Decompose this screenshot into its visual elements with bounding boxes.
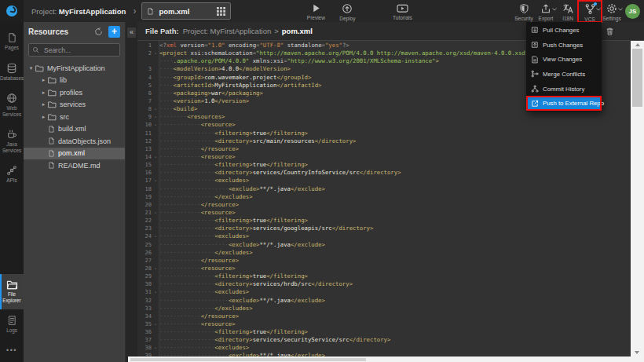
toolbar-tutorials[interactable]: Tutorials [386,1,418,21]
fold-spacer [152,74,159,82]
fold-spacer [152,130,159,137]
tree-item-build-xml[interactable]: build.xml [24,123,125,136]
line-number: 31 [137,288,152,296]
sidebar-item-file-explorer[interactable]: File Explorer [0,274,24,309]
wavemaker-logo[interactable] [0,0,24,22]
vertical-scrollbar-thumb[interactable] [632,49,642,107]
fold-marker[interactable]: - [152,209,159,217]
code-text: ····················<exclude>**/*.java</… [159,297,631,305]
code-text: ····················<exclude>**/*.java</… [159,241,631,249]
fold-marker[interactable]: - [152,265,159,272]
scroll-down-arrow-icon[interactable] [635,351,639,354]
code-line: 25····················<exclude>**/*.java… [137,241,631,249]
tree-item-myfirstapplication[interactable]: ▾MyFirstApplication [24,62,125,75]
toolbar-label: Preview [307,15,325,20]
tree-item-src[interactable]: ▸src [24,111,125,123]
line-number: 12 [137,137,152,145]
vcs-menu-item-push-changes[interactable]: Push Changes [526,38,602,53]
sidebar-item-pages[interactable]: Pages [0,27,25,57]
fold-marker[interactable]: - [152,344,159,352]
tree-item-lib[interactable]: ▸lib [24,75,125,87]
fold-spacer [152,161,159,169]
fold-spacer [152,137,159,145]
code-line: 29················<filtering>true</filte… [137,272,631,280]
toolbar-settings[interactable]: Settings [601,1,623,21]
sidebar-item-databases[interactable]: Databases [0,57,25,88]
fold-spacer [152,272,159,280]
tree-item-label: profiles [60,89,82,97]
fold-marker[interactable]: - [152,153,159,161]
horizontal-scrollbar[interactable] [128,357,631,362]
code-line: 17-················<excludes> [137,177,631,185]
toolbar-vcs[interactable]: VCS [579,1,601,22]
chevron-right-icon[interactable]: ▸ [39,90,48,96]
code-line: 15················<filtering>true</filte… [137,161,631,169]
fold-marker[interactable]: - [152,105,159,113]
code-line: 36················<filtering>true</filte… [137,328,631,336]
collapse-panel-button[interactable]: « [127,27,136,38]
toolbar-preview[interactable]: Preview [300,1,331,21]
tree-item-services[interactable]: ▸services [24,99,125,112]
breadcrumb-separator: > [274,27,279,35]
tree-item-dataobjects-json[interactable]: dataObjects.json [24,135,125,148]
tree-item-pom-xml[interactable]: pom.xml [24,148,125,160]
tree-item-readme-md[interactable]: README.md [24,159,125,172]
line-number: 37 [137,336,152,344]
fold-marker[interactable]: - [152,320,159,328]
vcs-menu-item-commit-history[interactable]: Commit History [526,82,602,97]
fold-marker[interactable]: - [152,49,159,57]
external-icon [531,100,539,108]
fold-marker[interactable]: - [152,288,159,296]
chevron-down-icon[interactable]: ▾ [27,65,35,71]
vcs-menu-item-view-changes[interactable]: View Changes [526,52,602,67]
toolbar-export[interactable]: Export [535,1,557,21]
toolbar-security[interactable]: Security [513,1,535,21]
tree-item-profiles[interactable]: ▸profiles [24,86,125,99]
line-number: 9 [137,113,152,121]
fold-marker[interactable]: - [152,113,159,121]
line-number: 17 [137,177,152,185]
code-text: ············<resource> [159,265,631,272]
delete-icon[interactable] [606,27,614,36]
view-icon [531,56,539,64]
fold-marker[interactable]: - [152,232,159,240]
toolbar-i18n[interactable]: I18N [557,1,579,21]
sidebar-item-logs[interactable]: Logs [0,309,24,340]
fold-marker[interactable]: - [152,177,159,185]
api-icon [6,165,17,176]
toolbar-deploy[interactable]: Deploy [331,1,363,21]
tree-item-label: pom.xml [58,149,85,157]
sidebar-item-apis[interactable]: APIs [0,159,25,190]
refresh-icon[interactable] [94,27,103,36]
fold-spacer [152,313,159,320]
sidebar-item-web-services[interactable]: Web Services [0,87,25,123]
search-input[interactable] [42,46,116,55]
code-line: 11················<filtering>true</filte… [137,130,631,137]
fold-marker[interactable]: - [152,121,159,129]
chevron-right-icon[interactable]: ▸ [39,77,48,83]
code-line: 31-················<excludes> [137,288,631,296]
more-options-button[interactable]: ••• [6,340,17,362]
scroll-up-arrow-icon[interactable] [635,43,640,46]
horizontal-scrollbar-thumb[interactable] [130,358,366,361]
vertical-scrollbar[interactable] [631,41,644,357]
chevron-right-icon[interactable]: ▸ [39,114,48,120]
chevron-right-icon[interactable]: ▸ [39,101,48,108]
add-resource-button[interactable]: + [108,26,120,38]
menu-item-label: View Changes [543,56,582,63]
coffee-icon [6,129,17,140]
vcs-menu-item-push-to-external-repo[interactable]: Push to External Repo [526,96,602,111]
line-number: 16 [137,169,152,177]
vcs-menu-item-merge-conflicts[interactable]: Merge Conflicts [526,67,602,82]
user-avatar[interactable]: JS [625,4,640,19]
sidebar-item-java-services[interactable]: Java Services [0,123,25,159]
line-number: 2 [137,49,152,57]
fold-spacer [152,328,159,336]
tab-pom-xml[interactable]: pom.xml [141,2,231,20]
vcs-menu-item-pull-changes[interactable]: Pull Changes [526,23,602,38]
search-box[interactable] [28,43,120,57]
code-text: ············<resource> [159,209,631,217]
line-number: 19 [137,193,152,201]
line-number: 24 [137,232,152,240]
panel-divider: « [126,22,137,362]
